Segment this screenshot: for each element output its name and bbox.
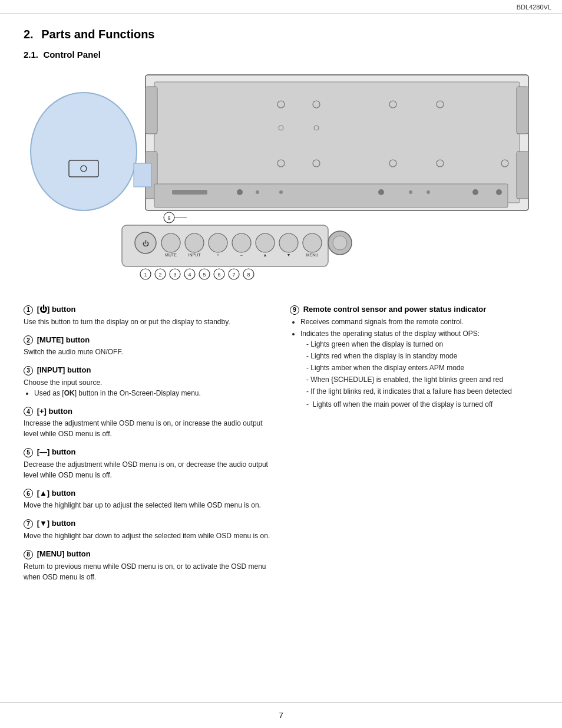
svg-point-39: [279, 233, 298, 252]
svg-rect-28: [134, 163, 151, 187]
svg-text:–: –: [240, 253, 243, 257]
svg-point-40: [303, 233, 322, 252]
page-header: BDL4280VL: [0, 0, 562, 14]
svg-rect-2: [146, 87, 157, 134]
svg-text:INPUT: INPUT: [189, 253, 201, 257]
section-title-text: Parts and Functions: [41, 28, 154, 41]
svg-text:2: 2: [158, 272, 161, 278]
svg-point-37: [232, 233, 251, 252]
control-panel-diagram: ⏻ MUTE INPUT + – ▲ ▼ MENU 1: [24, 69, 538, 287]
svg-point-24: [427, 190, 430, 194]
desc-item-3: 3 [INPUT] button Choose the input source…: [24, 365, 272, 398]
svg-point-27: [31, 93, 137, 210]
svg-text:5: 5: [203, 272, 206, 278]
desc-item-6: 6 [▲] button Move the highlight bar up t…: [24, 489, 272, 511]
desc-item-4: 4 [+] button Increase the adjustment whi…: [24, 407, 272, 440]
col-left: 1 [⏻] button Use this button to turn the…: [24, 305, 272, 591]
svg-text:9: 9: [167, 215, 170, 221]
descriptions-area: 1 [⏻] button Use this button to turn the…: [24, 305, 538, 591]
svg-text:6: 6: [217, 272, 220, 278]
svg-rect-18: [172, 190, 207, 195]
svg-point-36: [209, 233, 227, 252]
svg-text:⏻: ⏻: [143, 240, 149, 247]
svg-text:7: 7: [232, 272, 235, 278]
svg-point-22: [378, 189, 384, 195]
desc-item-7: 7 [▼] button Move the highlight bar down…: [24, 519, 272, 541]
col-right: 9 Remote control sensor and power status…: [290, 305, 538, 591]
section-number: 2.: [24, 28, 34, 41]
svg-text:1: 1: [144, 272, 147, 278]
svg-point-35: [185, 233, 204, 252]
page-content: 2. Parts and Functions 2.1. Control Pane…: [0, 14, 562, 608]
svg-text:▲: ▲: [263, 253, 267, 257]
svg-text:MUTE: MUTE: [165, 253, 177, 257]
section-title: 2. Parts and Functions: [24, 28, 538, 41]
desc-item-9: 9 Remote control sensor and power status…: [290, 305, 538, 410]
page-number: 7: [279, 711, 283, 720]
svg-point-20: [256, 190, 259, 194]
svg-text:MENU: MENU: [306, 253, 319, 257]
svg-point-34: [161, 233, 180, 252]
desc-item-2: 2 [MUTE] button Switch the audio mute ON…: [24, 335, 272, 358]
model-label: BDL4280VL: [517, 4, 551, 11]
desc-item-8: 8 [MENU] button Return to previous menu …: [24, 549, 272, 582]
svg-rect-17: [154, 184, 508, 207]
svg-point-19: [237, 189, 243, 195]
svg-point-38: [256, 233, 275, 252]
svg-text:▼: ▼: [287, 253, 291, 257]
desc-item-5: 5 [—] button Decrease the adjustment whi…: [24, 447, 272, 480]
diagram-svg: ⏻ MUTE INPUT + – ▲ ▼ MENU 1: [28, 69, 534, 287]
page-footer: 7: [0, 702, 562, 728]
svg-text:3: 3: [173, 272, 176, 278]
svg-point-26: [496, 189, 502, 195]
desc-item-1: 1 [⏻] button Use this button to turn the…: [24, 305, 272, 327]
svg-point-25: [472, 189, 478, 195]
svg-text:4: 4: [188, 272, 191, 278]
svg-rect-5: [517, 151, 528, 199]
svg-point-21: [279, 190, 283, 194]
svg-point-42: [333, 236, 347, 250]
subsection-title: 2.1. Control Panel: [24, 50, 538, 60]
svg-text:8: 8: [247, 272, 250, 278]
svg-text:+: +: [217, 253, 219, 257]
svg-point-23: [409, 190, 412, 194]
svg-rect-4: [517, 87, 528, 134]
